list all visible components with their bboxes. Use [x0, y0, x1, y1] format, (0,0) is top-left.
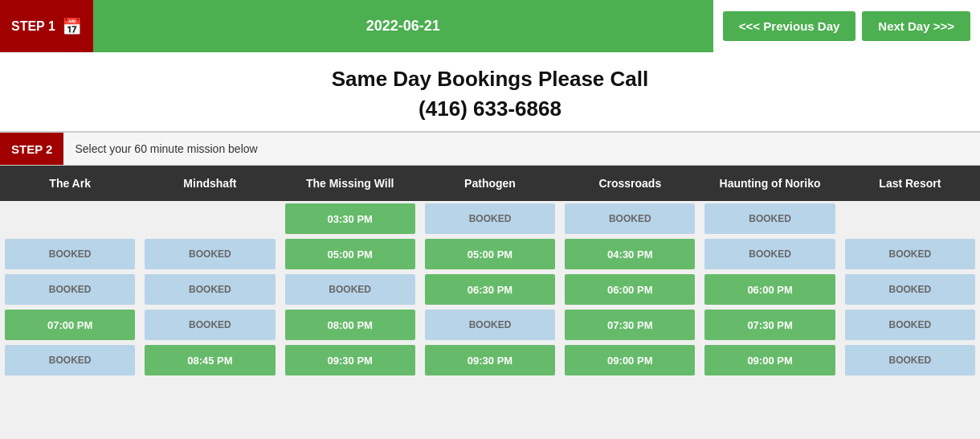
step2-badge: STEP 2	[0, 133, 63, 165]
slot-booked-pathogen-3: BOOKED	[425, 310, 555, 340]
schedule-body: BOOKEDBOOKED07:00 PMBOOKEDBOOKEDBOOKEDBO…	[0, 201, 980, 378]
col-header-last-resort: Last Resort	[840, 166, 980, 201]
step2-description: Select your 60 minute mission below	[63, 142, 257, 155]
col-the-ark: BOOKEDBOOKED07:00 PMBOOKED	[0, 201, 140, 378]
slot-empty-last-resort-0	[845, 203, 975, 234]
col-mindshaft: BOOKEDBOOKEDBOOKED08:45 PM	[140, 201, 280, 378]
slot-booked-last-resort-3: BOOKED	[845, 310, 975, 340]
slot-booked-the-missing-will-2: BOOKED	[285, 274, 415, 305]
col-header-crossroads: Crossroads	[560, 166, 700, 201]
slot-empty-mindshaft-0	[145, 203, 275, 234]
slot-booked-crossroads-0: BOOKED	[565, 203, 695, 234]
slot-booked-the-ark-4: BOOKED	[5, 345, 135, 375]
col-the-missing-will: 03:30 PM05:00 PMBOOKED08:00 PM09:30 PM	[280, 201, 420, 378]
slot-available-crossroads-2[interactable]: 06:00 PM	[565, 274, 695, 305]
slot-available-pathogen-1[interactable]: 05:00 PM	[425, 239, 555, 269]
prev-day-button[interactable]: <<< Previous Day	[723, 11, 856, 41]
slot-available-the-ark-3[interactable]: 07:00 PM	[5, 310, 135, 340]
call-section: Same Day Bookings Please Call (416) 633-…	[0, 52, 980, 132]
slot-booked-last-resort-4: BOOKED	[845, 345, 975, 375]
slot-booked-haunting-of-noriko-1: BOOKED	[704, 239, 835, 269]
slot-available-mindshaft-4[interactable]: 08:45 PM	[145, 345, 275, 375]
slot-booked-last-resort-1: BOOKED	[845, 239, 975, 269]
col-haunting-of-noriko: BOOKEDBOOKED06:00 PM07:30 PM09:00 PM	[700, 201, 839, 378]
col-last-resort: BOOKEDBOOKEDBOOKEDBOOKED	[840, 201, 980, 378]
calendar-icon: 📅	[62, 17, 82, 36]
slot-available-pathogen-4[interactable]: 09:30 PM	[425, 345, 555, 375]
step1-badge: STEP 1 📅	[0, 0, 93, 52]
col-pathogen: BOOKED05:00 PM06:30 PMBOOKED09:30 PM	[420, 201, 560, 378]
slot-booked-mindshaft-2: BOOKED	[145, 274, 275, 305]
next-day-button[interactable]: Next Day >>>	[862, 11, 970, 41]
col-header-haunting-of-noriko: Haunting of Noriko	[700, 166, 839, 201]
col-header-mindshaft: Mindshaft	[140, 166, 280, 201]
step1-label: STEP 1	[11, 19, 55, 34]
col-header-pathogen: Pathogen	[420, 166, 560, 201]
slot-booked-mindshaft-1: BOOKED	[145, 239, 275, 269]
slot-available-pathogen-2[interactable]: 06:30 PM	[425, 274, 555, 305]
step2-bar: STEP 2 Select your 60 minute mission bel…	[0, 132, 980, 166]
slot-available-crossroads-1[interactable]: 04:30 PM	[565, 239, 695, 269]
slot-available-haunting-of-noriko-2[interactable]: 06:00 PM	[704, 274, 835, 305]
slot-booked-the-ark-1: BOOKED	[5, 239, 135, 269]
slot-available-crossroads-3[interactable]: 07:30 PM	[565, 310, 695, 340]
slot-booked-the-ark-2: BOOKED	[5, 274, 135, 305]
call-number: (416) 633-6868	[0, 96, 980, 121]
slot-booked-mindshaft-3: BOOKED	[145, 310, 275, 340]
slot-available-haunting-of-noriko-4[interactable]: 09:00 PM	[704, 345, 835, 375]
call-title: Same Day Bookings Please Call	[0, 67, 980, 92]
header-bar: STEP 1 📅 2022-06-21 <<< Previous Day Nex…	[0, 0, 980, 52]
slot-available-the-missing-will-1[interactable]: 05:00 PM	[285, 239, 415, 269]
schedule-header: The Ark Mindshaft The Missing Will Patho…	[0, 166, 980, 201]
slot-booked-haunting-of-noriko-0: BOOKED	[704, 203, 835, 234]
col-crossroads: BOOKED04:30 PM06:00 PM07:30 PM09:00 PM	[560, 201, 700, 378]
schedule-container: The Ark Mindshaft The Missing Will Patho…	[0, 166, 980, 378]
slot-available-the-missing-will-4[interactable]: 09:30 PM	[285, 345, 415, 375]
slot-available-the-missing-will-0[interactable]: 03:30 PM	[285, 203, 415, 234]
slot-available-crossroads-4[interactable]: 09:00 PM	[565, 345, 695, 375]
col-header-the-ark: The Ark	[0, 166, 140, 201]
slot-booked-pathogen-0: BOOKED	[425, 203, 555, 234]
slot-available-haunting-of-noriko-3[interactable]: 07:30 PM	[704, 310, 835, 340]
date-display: 2022-06-21	[93, 0, 713, 52]
slot-booked-last-resort-2: BOOKED	[845, 274, 975, 305]
nav-buttons: <<< Previous Day Next Day >>>	[713, 0, 980, 52]
col-header-the-missing-will: The Missing Will	[280, 166, 420, 201]
slot-empty-the-ark-0	[5, 203, 135, 234]
slot-available-the-missing-will-3[interactable]: 08:00 PM	[285, 310, 415, 340]
